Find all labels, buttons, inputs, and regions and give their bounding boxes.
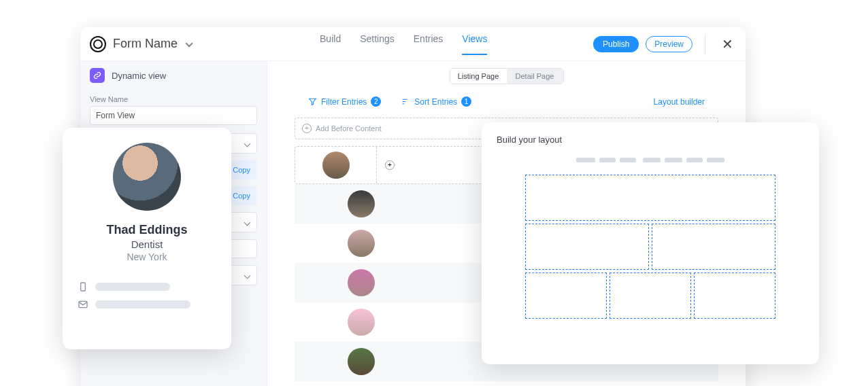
page-segment: Listing Page Detail Page [450, 68, 564, 84]
tab-entries[interactable]: Entries [414, 33, 444, 55]
tab-views[interactable]: Views [462, 33, 487, 55]
layout-cell[interactable] [525, 224, 649, 270]
profile-role: Dentist [78, 239, 216, 250]
filter-icon [308, 97, 317, 106]
avatar [348, 230, 375, 257]
chevron-down-icon [185, 39, 193, 47]
top-actions: Publish Preview ✕ [593, 34, 736, 54]
form-name[interactable]: Form Name [113, 37, 190, 51]
placeholder-bar [95, 300, 190, 309]
preview-button[interactable]: Preview [646, 36, 692, 52]
layout-cell[interactable] [694, 273, 775, 319]
layout-cell[interactable] [652, 224, 775, 270]
canvas-toolbar: Filter Entries 2 Sort Entries 1 Layout b… [267, 84, 746, 113]
app-logo-icon [90, 36, 106, 52]
view-type-row: Dynamic view [90, 68, 257, 83]
profile-email [78, 299, 216, 310]
avatar [322, 152, 350, 179]
layout-cell[interactable] [610, 273, 691, 319]
layout-builder-link[interactable]: Layout builder [654, 97, 732, 107]
segment-detail[interactable]: Detail Page [507, 69, 563, 84]
layout-cell[interactable] [525, 175, 775, 221]
form-name-text: Form Name [113, 37, 178, 50]
publish-button[interactable]: Publish [593, 36, 639, 52]
top-tabs: Build Settings Entries Views [320, 33, 487, 55]
sort-count: 1 [461, 96, 471, 107]
filter-label: Filter Entries [321, 97, 367, 107]
close-icon[interactable]: ✕ [719, 36, 736, 52]
sort-entries[interactable]: Sort Entries 1 [401, 96, 471, 107]
profile-name: Thad Eddings [78, 223, 216, 237]
sort-icon [401, 97, 410, 106]
svg-rect-0 [81, 283, 86, 291]
avatar [113, 143, 181, 211]
divider [705, 34, 705, 54]
builder-grid[interactable] [525, 175, 775, 319]
segment-listing[interactable]: Listing Page [450, 69, 507, 84]
tab-settings[interactable]: Settings [360, 33, 395, 55]
avatar [348, 269, 375, 296]
builder-title: Build your layout [497, 135, 804, 145]
view-type-label: Dynamic view [112, 71, 166, 81]
profile-contact-lines [78, 281, 216, 310]
avatar [348, 309, 375, 336]
tab-build[interactable]: Build [320, 33, 341, 55]
avatar [348, 190, 375, 217]
phone-icon [78, 281, 88, 292]
profile-card: Thad Eddings Dentist New York [63, 128, 231, 349]
filter-count: 2 [371, 96, 381, 107]
mail-icon [78, 299, 88, 310]
layout-cell[interactable] [525, 273, 607, 319]
profile-phone [78, 281, 216, 292]
filter-entries[interactable]: Filter Entries 2 [308, 96, 381, 107]
avatar [348, 348, 375, 375]
sort-label: Sort Entries [414, 97, 457, 107]
add-before-label: Add Before Content [316, 124, 382, 133]
topbar: Form Name Build Settings Entries Views P… [80, 27, 746, 61]
plus-icon: + [385, 160, 395, 170]
link-icon [90, 68, 105, 83]
placeholder-bar [95, 283, 170, 291]
layout-builder-panel: Build your layout [482, 122, 819, 364]
profile-location: New York [78, 251, 216, 262]
view-name-input[interactable] [90, 106, 257, 125]
view-name-label: View Name [90, 95, 257, 103]
builder-toolbar-placeholder [497, 153, 804, 165]
entry-avatar-slot [295, 147, 377, 183]
plus-icon: + [302, 124, 312, 133]
